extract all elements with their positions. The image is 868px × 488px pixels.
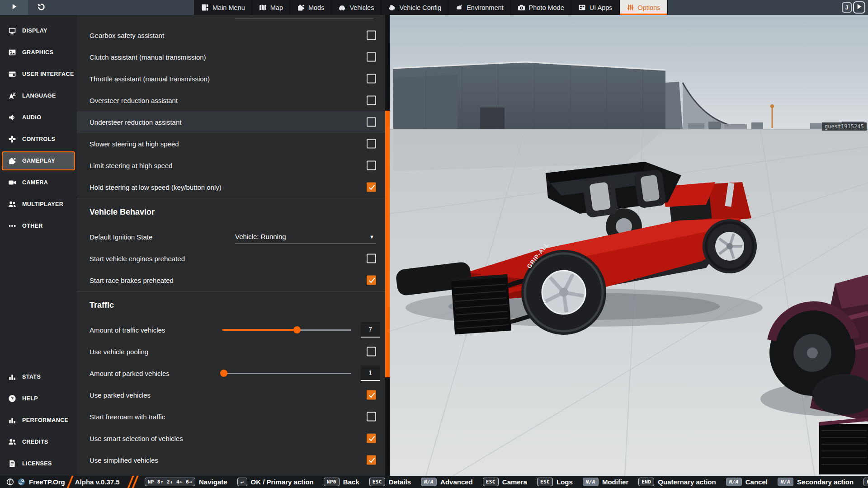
checkbox[interactable] bbox=[367, 434, 376, 443]
setting-row-slower-steering-at-high-speed[interactable]: Slower steering at high speed bbox=[77, 133, 390, 155]
tab-photo-mode[interactable]: Photo Mode bbox=[510, 0, 571, 15]
setting-row-use-simplified-vehicles[interactable]: Use simplified vehicles bbox=[77, 449, 390, 471]
sidebar-item-label: AUDIO bbox=[22, 114, 41, 121]
slider-value-input[interactable]: 1 bbox=[361, 366, 380, 381]
slider-handle[interactable] bbox=[293, 326, 301, 333]
hint-label: Secondary action bbox=[797, 478, 854, 486]
sidebar-item-graphics[interactable]: GRAPHICS bbox=[2, 43, 75, 62]
setting-label: Understeer reduction assistant bbox=[90, 118, 181, 126]
setting-row-understeer-reduction-assistant[interactable]: Understeer reduction assistant bbox=[77, 111, 390, 133]
graphics-icon bbox=[8, 48, 16, 56]
sidebar-item-display[interactable]: DISPLAY bbox=[2, 21, 75, 40]
section-title: Traffic bbox=[90, 300, 114, 310]
sidebar-item-controls[interactable]: CONTROLS bbox=[2, 130, 75, 149]
vehicles-icon bbox=[338, 4, 346, 11]
hint-advanced: N/AAdvanced bbox=[421, 478, 473, 486]
hint-back: NP0Back bbox=[324, 478, 359, 486]
tab-vehicle-config[interactable]: Vehicle Config bbox=[381, 0, 448, 15]
setting-row-amount-of-parked-vehicles[interactable]: Amount of parked vehicles1 bbox=[77, 362, 390, 384]
gameplay-settings-panel: Gearbox safety assistantClutch assistant… bbox=[77, 15, 390, 476]
tab-main-menu[interactable]: Main Menu bbox=[194, 0, 252, 15]
brand-text: FreeTP.Org bbox=[29, 478, 65, 486]
setting-row-hold-steering-at-low-speed-key-button-only[interactable]: Hold steering at low speed (key/button o… bbox=[77, 176, 390, 198]
checkbox[interactable] bbox=[367, 139, 376, 149]
sidebar-item-user-interface[interactable]: USER INTERFACE bbox=[2, 65, 75, 84]
checkbox[interactable] bbox=[367, 74, 376, 84]
hint-quaternary-action: ENDQuaternary action bbox=[638, 478, 716, 486]
tab-vehicles[interactable]: Vehicles bbox=[331, 0, 381, 15]
sidebar-item-other[interactable]: OTHER bbox=[2, 216, 75, 235]
hint-secondary-action: N/ASecondary action bbox=[778, 478, 854, 486]
checkbox[interactable] bbox=[367, 390, 376, 400]
undo-button[interactable] bbox=[28, 0, 54, 15]
chevron-down-icon: ▼ bbox=[369, 234, 374, 239]
hint-navigate: NP 8↑ 2↓ 4← 6→Navigate bbox=[145, 478, 227, 486]
undo-icon bbox=[37, 3, 45, 13]
checkbox[interactable] bbox=[367, 254, 376, 263]
sidebar-item-camera[interactable]: CAMERA bbox=[2, 173, 75, 192]
setting-row-start-freeroam-with-traffic[interactable]: Start freeroam with traffic bbox=[77, 406, 390, 427]
setting-row-use-smart-selection-of-vehicles[interactable]: Use smart selection of vehicles bbox=[77, 427, 390, 449]
sidebar-item-label: LANGUAGE bbox=[22, 93, 56, 99]
checkbox[interactable] bbox=[367, 412, 376, 422]
setting-row-clutch-assistant-manual-transmission[interactable]: Clutch assistant (manual transmission) bbox=[77, 46, 390, 68]
panel-scrollbar-thumb[interactable] bbox=[385, 111, 390, 377]
setting-label: Use parked vehicles bbox=[90, 391, 151, 399]
divider-slash bbox=[66, 476, 74, 488]
setting-row-amount-of-traffic-vehicles[interactable]: Amount of traffic vehicles7 bbox=[77, 319, 390, 341]
setting-row-throttle-assistant-manual-transmission[interactable]: Throttle assistant (manual transmission) bbox=[77, 68, 390, 89]
tab-ui-apps[interactable]: UI Apps bbox=[571, 0, 619, 15]
play-button[interactable] bbox=[0, 0, 28, 15]
resume-play-icon bbox=[856, 3, 863, 12]
checkbox[interactable] bbox=[367, 52, 376, 62]
checkbox[interactable] bbox=[367, 183, 376, 192]
tab-label: Photo Mode bbox=[529, 4, 564, 11]
checkbox[interactable] bbox=[367, 347, 376, 357]
sidebar-item-performance[interactable]: PERFORMANCE bbox=[2, 411, 75, 430]
setting-label: Clutch assistant (manual transmission) bbox=[90, 53, 206, 61]
slider-track[interactable] bbox=[222, 373, 351, 374]
checkbox[interactable] bbox=[367, 455, 376, 465]
controller-key-badge[interactable]: J bbox=[842, 2, 852, 13]
sidebar-item-language[interactable]: LANGUAGE bbox=[2, 86, 75, 105]
sidebar-item-multiplayer[interactable]: MULTIPLAYER bbox=[2, 195, 75, 214]
tab-options[interactable]: Options bbox=[619, 0, 668, 15]
sidebar-item-label: HELP bbox=[22, 395, 38, 402]
tab-environment[interactable]: Environment bbox=[448, 0, 510, 15]
sidebar-item-credits[interactable]: CREDITS bbox=[2, 432, 75, 451]
key-badge: ↵ bbox=[237, 478, 247, 486]
setting-row-oversteer-reduction-assistant[interactable]: Oversteer reduction assistant bbox=[77, 89, 390, 111]
slider-handle[interactable] bbox=[220, 370, 227, 377]
sidebar-item-licenses[interactable]: LICENSES bbox=[2, 454, 75, 473]
slider-value-input[interactable]: 7 bbox=[361, 322, 380, 338]
checkbox[interactable] bbox=[367, 96, 376, 105]
sidebar-item-audio[interactable]: AUDIO bbox=[2, 108, 75, 127]
panel-scrollbar-track[interactable] bbox=[385, 15, 390, 476]
checkbox[interactable] bbox=[367, 31, 376, 40]
setting-row-use-vehicle-pooling[interactable]: Use vehicle pooling bbox=[77, 341, 390, 362]
setting-label: Start freeroam with traffic bbox=[90, 413, 165, 421]
sidebar-item-stats[interactable]: STATS bbox=[2, 367, 75, 386]
key-badge: NP 8↑ 2↓ 4← 6→ bbox=[145, 478, 195, 486]
sidebar-item-gameplay[interactable]: GAMEPLAY bbox=[2, 151, 75, 170]
resume-button[interactable] bbox=[853, 1, 865, 14]
key-badge: N/A bbox=[726, 478, 742, 486]
setting-row-start-vehicle-engines-preheated[interactable]: Start vehicle engines preheated bbox=[77, 248, 390, 269]
setting-label: Use simplified vehicles bbox=[90, 456, 158, 464]
setting-row-default-ignition-state[interactable]: Default Ignition StateVehicle: Running▼ bbox=[77, 226, 390, 248]
sidebar-item-help[interactable]: ?HELP bbox=[2, 389, 75, 408]
tab-mods[interactable]: Mods bbox=[290, 0, 331, 15]
setting-label: Default Ignition State bbox=[90, 233, 152, 241]
key-badge: HOME bbox=[863, 478, 868, 486]
dropdown[interactable]: Vehicle: Running▼ bbox=[235, 230, 376, 244]
tab-map[interactable]: Map bbox=[252, 0, 290, 15]
checkbox[interactable] bbox=[367, 276, 376, 285]
setting-row-gearbox-safety-assistant[interactable]: Gearbox safety assistant bbox=[77, 24, 390, 46]
setting-row-limit-steering-at-high-speed[interactable]: Limit steering at high speed bbox=[77, 155, 390, 176]
setting-row-start-race-brakes-preheated[interactable]: Start race brakes preheated bbox=[77, 269, 390, 291]
setting-row-use-parked-vehicles[interactable]: Use parked vehicles bbox=[77, 384, 390, 406]
checkbox[interactable] bbox=[367, 161, 376, 170]
checkbox[interactable] bbox=[367, 117, 376, 127]
hint-label: Modifier bbox=[602, 478, 628, 486]
audio-icon bbox=[8, 113, 16, 122]
